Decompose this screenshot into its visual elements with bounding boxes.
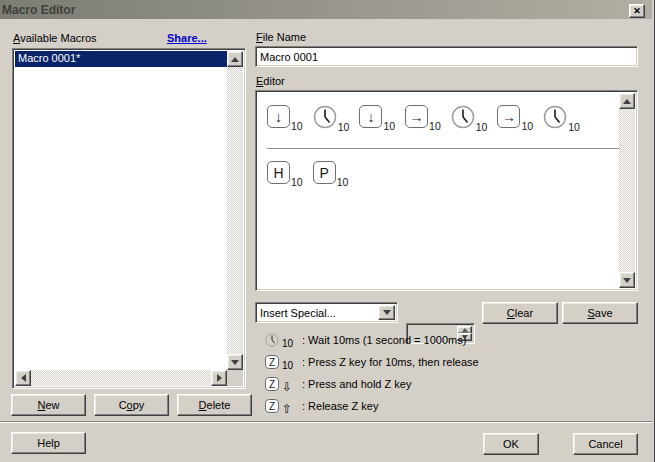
- arrow-down-icon: [623, 278, 631, 283]
- editor-label: Editor: [256, 75, 285, 87]
- macro-step[interactable]: ↓10: [267, 105, 303, 128]
- clock-icon: [451, 105, 475, 129]
- save-button[interactable]: Save: [562, 302, 638, 324]
- chevron-down-icon: [383, 310, 391, 315]
- scroll-right-button[interactable]: [211, 370, 227, 386]
- file-name-input[interactable]: [257, 48, 636, 65]
- ok-button[interactable]: OK: [483, 433, 539, 455]
- step-duration: 10: [291, 176, 303, 188]
- editor-content: ↓1010↓10→1010→1010 H10P10: [258, 93, 619, 288]
- macro-step[interactable]: 10: [543, 105, 580, 129]
- step-duration: 10: [521, 120, 533, 132]
- arrow-up-icon: [231, 57, 239, 62]
- available-macros-label: Available Macros: [13, 32, 97, 44]
- insert-special-combobox[interactable]: Insert Special...: [255, 302, 398, 323]
- key-icon: ↓: [359, 105, 382, 128]
- legend-row: Z10: Press Z key for 10ms, then release: [265, 353, 479, 371]
- insert-special-value: Insert Special...: [260, 307, 336, 319]
- macro-step[interactable]: 10: [313, 105, 350, 129]
- close-icon: ✕: [633, 6, 641, 16]
- key-icon: H: [267, 161, 290, 184]
- arrow-right-icon: [217, 374, 222, 382]
- share-link[interactable]: Share...: [167, 32, 207, 44]
- step-duration: 10: [337, 176, 349, 188]
- arrow-up-icon: [623, 99, 631, 104]
- macro-step[interactable]: H10: [267, 161, 303, 184]
- step-duration: 10: [383, 120, 395, 132]
- listbox-vertical-scrollbar[interactable]: [227, 51, 243, 370]
- macro-step-row: ↓1010↓10→1010→1010: [267, 105, 619, 139]
- step-duration: 10: [338, 121, 350, 133]
- key-icon: P: [313, 161, 336, 184]
- list-item-selected[interactable]: Macro 0001*: [15, 51, 227, 67]
- key-icon: →: [405, 105, 428, 128]
- legend-text: : Release Z key: [302, 400, 378, 412]
- footer-separator: [0, 421, 652, 423]
- title-bar[interactable]: Macro Editor ✕: [0, 0, 652, 19]
- macro-step[interactable]: →10: [405, 105, 441, 128]
- legend-subscript: 10: [282, 360, 302, 371]
- file-name-field-border: [255, 46, 638, 67]
- legend-subscript: 10: [282, 338, 302, 349]
- step-duration: 10: [429, 120, 441, 132]
- key-icon: ↓: [267, 105, 290, 128]
- key-icon: →: [497, 105, 520, 128]
- window-title: Macro Editor: [0, 3, 75, 17]
- legend-row: Z⇩: Press and hold Z key: [265, 375, 411, 393]
- legend-row: 10: Wait 10ms (1 second = 1000ms): [265, 331, 466, 349]
- key-icon: Z: [265, 355, 279, 369]
- copy-button[interactable]: Copy: [94, 394, 169, 416]
- listbox-horizontal-scrollbar[interactable]: [15, 370, 227, 386]
- step-duration: 10: [291, 120, 303, 132]
- legend-icon-cell: Z: [265, 399, 282, 413]
- step-duration: 10: [568, 121, 580, 133]
- file-name-label: File Name: [256, 31, 306, 43]
- arrow-down-icon: [231, 360, 239, 365]
- arrow-left-icon: [21, 374, 26, 382]
- scroll-down-button[interactable]: [227, 354, 243, 370]
- scroll-left-button[interactable]: [15, 370, 31, 386]
- legend-icon-cell: [265, 333, 282, 347]
- step-duration: 10: [476, 121, 488, 133]
- scrollbar-corner: [227, 370, 243, 386]
- legend-text: : Press Z key for 10ms, then release: [302, 356, 479, 368]
- clock-icon: [265, 333, 279, 347]
- scroll-up-button[interactable]: [619, 93, 635, 109]
- legend-row: Z⇧: Release Z key: [265, 397, 378, 415]
- macro-step[interactable]: ↓10: [359, 105, 395, 128]
- new-button[interactable]: New: [11, 394, 86, 416]
- help-button[interactable]: Help: [11, 432, 86, 454]
- macro-listbox[interactable]: Macro 0001*: [12, 48, 246, 389]
- legend-subscript: ⇩: [282, 380, 302, 394]
- legend-icon-cell: Z: [265, 377, 282, 391]
- scroll-down-button[interactable]: [619, 272, 635, 288]
- legend-text: : Wait 10ms (1 second = 1000ms): [302, 334, 466, 346]
- close-button[interactable]: ✕: [629, 4, 645, 18]
- macro-step[interactable]: →10: [497, 105, 533, 128]
- legend-text: : Press and hold Z key: [302, 378, 411, 390]
- scroll-up-button[interactable]: [227, 51, 243, 67]
- legend-subscript: ⇧: [282, 402, 302, 416]
- cancel-button[interactable]: Cancel: [573, 433, 638, 455]
- row-separator: [267, 148, 619, 149]
- clock-icon: [313, 105, 337, 129]
- clear-button[interactable]: Clear: [482, 302, 558, 324]
- delete-button[interactable]: Delete: [177, 394, 252, 416]
- clock-icon: [543, 105, 567, 129]
- editor-canvas[interactable]: ↓1010↓10→1010→1010 H10P10: [255, 90, 638, 291]
- macro-step[interactable]: 10: [451, 105, 488, 129]
- editor-vertical-scrollbar[interactable]: [619, 93, 635, 288]
- key-icon: Z: [265, 399, 279, 413]
- combobox-dropdown-button[interactable]: [378, 305, 395, 320]
- macro-step[interactable]: P10: [313, 161, 349, 184]
- key-icon: Z: [265, 377, 279, 391]
- macro-editor-dialog: Macro Editor ✕ Available Macros Share...…: [0, 0, 655, 462]
- macro-step-row: H10P10: [267, 161, 619, 195]
- legend-icon-cell: Z: [265, 355, 282, 369]
